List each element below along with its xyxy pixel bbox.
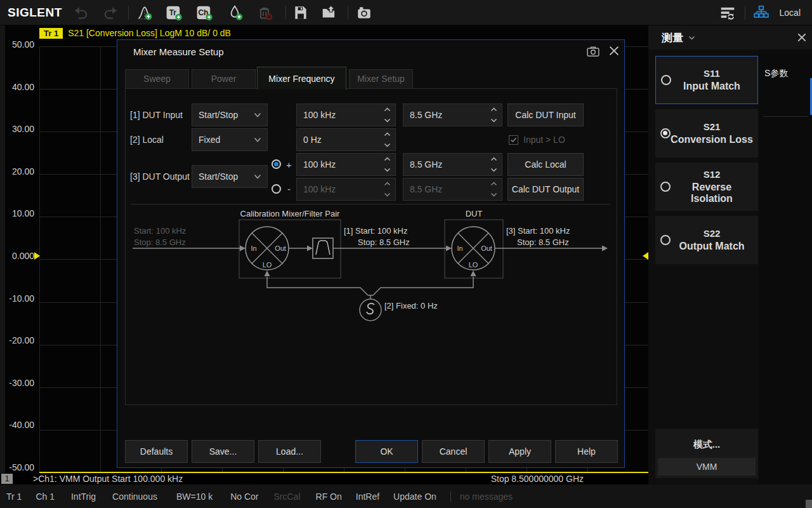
local-fixed-field[interactable]: 0 Hz [296, 128, 396, 151]
add-tr-window-icon[interactable]: Tr [166, 4, 182, 21]
input-stop-label: Stop: 8.5 GHz [134, 237, 186, 247]
increment-button[interactable] [379, 104, 395, 115]
increment-button[interactable] [485, 104, 502, 115]
increment-button[interactable] [379, 178, 395, 189]
tab-mixer-setup[interactable]: Mixer Setup [349, 69, 413, 89]
mixer-symbol-dut: In Out LO [452, 227, 495, 270]
difference-frequency-radio[interactable] [272, 184, 281, 194]
trace-badge[interactable]: Tr 1 [39, 28, 63, 39]
status-bar-item[interactable]: IntRef [356, 491, 379, 502]
decrement-button[interactable] [379, 189, 395, 200]
calc-dut-input-button[interactable]: Calc DUT Input [508, 104, 584, 126]
mode-button[interactable]: 模式... VMM [655, 429, 758, 478]
radio-s12[interactable] [660, 182, 671, 192]
measure-item-s21[interactable]: S21 Conversion Loss [655, 109, 758, 157]
status-bar-item[interactable]: Update On [393, 491, 436, 502]
y-axis-tick: -30.00 [9, 378, 34, 388]
trace-label[interactable]: S21 [Conversion Loss] LogM 10 dB/ 0 dB [68, 28, 231, 38]
connection-mode-label[interactable]: Local [780, 8, 801, 18]
input-start-label: Start: 100 kHz [134, 226, 186, 236]
toolbar-separator [285, 6, 286, 20]
reference-level-marker-left [34, 252, 40, 260]
delete-icon[interactable] [256, 4, 273, 21]
local-sweep-type-select[interactable]: Fixed [192, 128, 268, 151]
ok-button[interactable]: OK [355, 440, 418, 463]
help-button[interactable]: Help [555, 440, 618, 463]
increment-button[interactable] [485, 178, 502, 189]
status-bar-item[interactable]: Continuous [112, 491, 157, 502]
sum-frequency-radio[interactable] [272, 159, 281, 169]
save-button[interactable]: Save... [192, 440, 254, 463]
tab-mixer-frequency[interactable]: Mixer Frequency [257, 67, 346, 90]
dut-output-plus-start-field[interactable]: 100 kHz [296, 153, 396, 176]
radio-s21[interactable] [660, 128, 671, 138]
close-menu-icon[interactable] [797, 32, 807, 43]
mode-button-label: 模式... [655, 439, 758, 451]
decrement-button[interactable] [379, 115, 395, 126]
redo-icon[interactable] [103, 4, 119, 21]
apply-button[interactable]: Apply [488, 440, 551, 463]
menu-title[interactable]: 测量 [662, 30, 683, 45]
window-layout-icon[interactable] [719, 4, 736, 21]
status-bar-item[interactable]: SrcCal [274, 491, 301, 502]
add-marker-icon[interactable] [226, 4, 243, 21]
increment-button[interactable] [379, 154, 395, 164]
decrement-button[interactable] [485, 164, 502, 175]
status-bar-item[interactable]: Tr 1 [6, 491, 22, 502]
y-axis-tick: -10.00 [9, 293, 34, 304]
load-button[interactable]: Load... [258, 440, 321, 463]
open-file-icon[interactable] [321, 4, 337, 21]
cancel-button[interactable]: Cancel [422, 440, 485, 463]
y-axis-tick: 40.00 [12, 82, 34, 92]
cal-mixer-title: Calibration Mixer/Filter Pair [240, 209, 340, 218]
dut-output-minus-stop-field[interactable]: 8.5 GHz [403, 178, 502, 201]
defaults-button[interactable]: Defaults [125, 440, 188, 463]
dut-input-stop-field[interactable]: 8.5 GHz [403, 104, 502, 126]
menu-header: 测量 [648, 25, 812, 50]
dut-output-minus-start-field[interactable]: 100 kHz [296, 178, 396, 201]
undo-icon[interactable] [72, 4, 89, 21]
measure-item-s22[interactable]: S22 Output Match [655, 216, 758, 264]
tab-power[interactable]: Power [192, 69, 256, 89]
status-bar-item[interactable]: RF On [316, 491, 342, 502]
svg-text:LO: LO [469, 261, 478, 269]
increment-button[interactable] [485, 154, 502, 164]
measure-item-s11[interactable]: S11 Input Match [655, 56, 758, 104]
dut-output-sweep-type-select[interactable]: Start/Stop [192, 165, 268, 188]
decrement-button[interactable] [485, 115, 502, 126]
dut-input-start-field[interactable]: 100 kHz [296, 104, 396, 126]
add-ch-channel-icon[interactable]: Ch [196, 4, 213, 21]
increment-button[interactable] [379, 129, 395, 140]
status-bar-item[interactable]: BW=10 k [176, 491, 213, 502]
siglent-logo: SIGLENT [8, 6, 62, 20]
input-gt-lo-checkbox[interactable]: Input > LO [509, 135, 565, 145]
status-bar-item[interactable]: Ch 1 [36, 491, 55, 502]
output-start-label: [3] Start: 100 kHz [506, 226, 570, 236]
decrement-button[interactable] [379, 164, 395, 175]
add-trace-icon[interactable] [136, 4, 153, 21]
decrement-button[interactable] [379, 140, 395, 150]
status-bar-item[interactable]: No Cor [230, 491, 258, 502]
network-icon[interactable] [753, 4, 769, 21]
radio-s22[interactable] [660, 235, 671, 245]
stop-frequency-label: Stop 8.500000000 GHz [491, 474, 584, 484]
reference-level-marker-right [643, 252, 648, 260]
calc-dut-output-button[interactable]: Calc DUT Output [508, 178, 584, 201]
save-icon[interactable] [292, 4, 309, 21]
chevron-down-icon[interactable] [688, 36, 695, 40]
submenu-divider [763, 116, 808, 117]
dialog-screenshot-icon[interactable] [587, 45, 599, 58]
calc-local-button[interactable]: Calc Local [508, 153, 584, 176]
dut-input-sweep-type-select[interactable]: Start/Stop [192, 104, 268, 126]
decrement-button[interactable] [485, 189, 502, 200]
y-axis-tick: 10.00 [12, 208, 34, 218]
dut-output-plus-stop-field[interactable]: 8.5 GHz [403, 153, 502, 176]
measure-item-s12[interactable]: S12 Reverse Isolation [655, 163, 758, 211]
tab-sweep[interactable]: Sweep [125, 69, 189, 89]
screenshot-camera-icon[interactable] [356, 4, 372, 21]
status-bar-item[interactable]: IntTrig [71, 491, 96, 502]
svg-text:In: In [251, 244, 256, 252]
s-parameter-panel-tab[interactable]: S参数 [764, 68, 788, 79]
radio-s11[interactable] [661, 75, 671, 85]
dialog-close-icon[interactable] [608, 45, 620, 57]
